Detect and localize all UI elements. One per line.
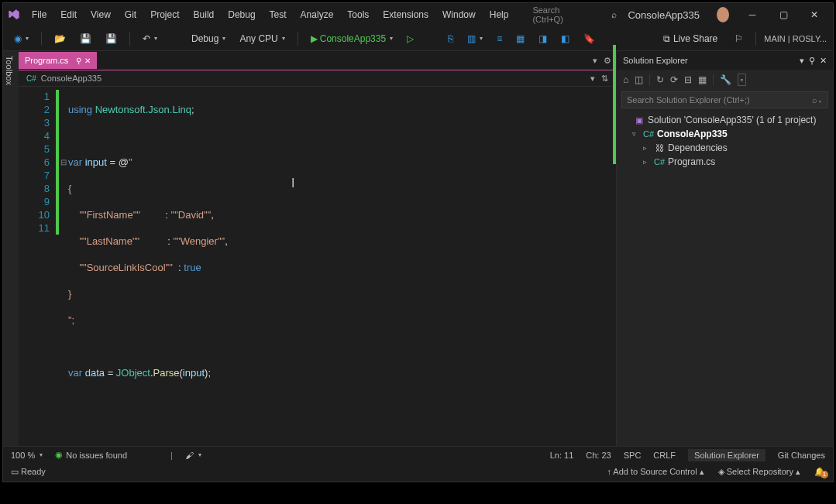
switch-view-icon[interactable]: ◫ xyxy=(635,74,643,85)
platform-dropdown[interactable]: Any CPU▾ xyxy=(235,31,289,46)
notifications-icon[interactable]: 🔔 xyxy=(814,467,825,477)
toolbox-panel[interactable]: Toolbox xyxy=(3,51,19,463)
start-nodebug-button[interactable]: ▷ xyxy=(402,31,418,46)
save-all-button[interactable]: 💾 xyxy=(101,31,122,46)
menu-extensions[interactable]: Extensions xyxy=(376,6,435,23)
tab-git-changes[interactable]: Git Changes xyxy=(778,451,825,460)
panel-pin-icon[interactable]: ⚲ xyxy=(809,56,815,66)
solution-search-input[interactable]: Search Solution Explorer (Ctrl+;) ⌕▾ xyxy=(621,91,828,108)
dependencies-icon: ⛓ xyxy=(654,143,665,153)
vs-logo-icon xyxy=(8,7,20,22)
menu-build[interactable]: Build xyxy=(187,6,222,23)
user-avatar[interactable] xyxy=(717,7,729,22)
editor-gear-icon[interactable]: ⚙ xyxy=(604,56,611,66)
menu-tools[interactable]: Tools xyxy=(340,6,376,23)
menu-edit[interactable]: Edit xyxy=(53,6,84,23)
indent-mode[interactable]: SPC xyxy=(624,451,642,460)
expand-icon[interactable]: ▹ xyxy=(643,158,651,166)
expand-icon[interactable]: ▿ xyxy=(632,130,640,138)
feedback-button[interactable]: ⚐ xyxy=(730,31,748,46)
tool-btn-4[interactable]: ▦ xyxy=(511,31,529,46)
editor-dropdown-icon[interactable]: ▾ xyxy=(593,56,597,66)
live-share-button[interactable]: ⧉ Live Share xyxy=(663,33,717,44)
maximize-button[interactable]: ▢ xyxy=(768,4,799,26)
line-ending[interactable]: CRLF xyxy=(653,451,676,460)
fold-icon[interactable]: ⊟ xyxy=(60,156,67,169)
text-cursor-icon: I xyxy=(291,177,294,190)
tree-dependencies-node[interactable]: ▹ ⛓ Dependencies xyxy=(621,141,828,155)
close-button[interactable]: ✕ xyxy=(799,4,830,26)
select-repository-button[interactable]: ◈ Select Repository ▴ xyxy=(718,467,800,477)
menu-window[interactable]: Window xyxy=(435,6,483,23)
solution-explorer-header[interactable]: Solution Explorer ▾ ⚲ ✕ xyxy=(617,51,833,70)
new-item-button[interactable]: ◉▾ xyxy=(9,31,33,46)
tool-btn-2[interactable]: ▥▾ xyxy=(463,31,487,46)
refresh-icon[interactable]: ⟳ xyxy=(670,74,678,85)
tree-project-node[interactable]: ▿ C# ConsoleApp335 xyxy=(621,127,828,141)
properties-icon[interactable]: 🔧 xyxy=(720,74,731,85)
branch-indicator[interactable]: MAIN | ROSLY... xyxy=(764,34,827,43)
open-button[interactable]: 📂 xyxy=(50,31,71,46)
show-all-icon[interactable]: ▦ xyxy=(698,74,707,85)
editor-margin-indicator xyxy=(613,45,616,164)
expand-icon[interactable]: ▹ xyxy=(643,144,651,152)
save-button[interactable]: 💾 xyxy=(75,31,96,46)
menu-test[interactable]: Test xyxy=(263,6,294,23)
issues-indicator[interactable]: ◉ No issues found xyxy=(55,450,127,460)
titlebar: File Edit View Git Project Build Debug T… xyxy=(3,3,833,26)
panel-close-icon[interactable]: ✕ xyxy=(820,56,827,66)
undo-button[interactable]: ↶▾ xyxy=(138,31,162,46)
csharp-project-icon: C# xyxy=(643,129,654,139)
search-icon[interactable]: ⌕ xyxy=(610,9,618,20)
bookmark-button[interactable]: 🔖 xyxy=(579,31,600,46)
tool-btn-5[interactable]: ◨ xyxy=(534,31,552,46)
editor-area: Program.cs ⚲ ✕ ▾ ⚙ C# ConsoleApp335 ▾ ⇅ xyxy=(19,51,616,463)
menu-help[interactable]: Help xyxy=(483,6,516,23)
zoom-level[interactable]: 100 %▾ xyxy=(11,451,43,460)
menu-project[interactable]: Project xyxy=(143,6,186,23)
csharp-file-icon: C# xyxy=(654,157,665,166)
panel-dropdown-icon[interactable]: ▾ xyxy=(800,56,804,66)
code-editor[interactable]: 1 2 3 4 5 6 7 8 9 10 11 using Newtonsoft… xyxy=(19,87,616,463)
menu-bar: File Edit View Git Project Build Debug T… xyxy=(25,6,515,23)
start-debug-button[interactable]: ▶ ConsoleApp335▾ xyxy=(306,31,397,46)
cursor-line[interactable]: Ln: 11 xyxy=(550,451,574,460)
menu-analyze[interactable]: Analyze xyxy=(294,6,341,23)
split-icon[interactable]: ▾ xyxy=(590,74,595,84)
search-box[interactable]: Search (Ctrl+Q) xyxy=(526,3,587,26)
minimize-button[interactable]: ─ xyxy=(737,4,768,26)
tab-program-cs[interactable]: Program.cs ⚲ ✕ xyxy=(19,52,97,69)
home-icon[interactable]: ⌂ xyxy=(623,74,628,85)
solution-icon: ▣ xyxy=(634,115,645,125)
split-toggle-icon[interactable]: ⇅ xyxy=(601,74,608,84)
main-toolbar: ◉▾ 📂 💾 💾 ↶▾ Debug▾ Any CPU▾ ▶ ConsoleApp… xyxy=(3,26,833,51)
config-dropdown[interactable]: Debug▾ xyxy=(187,31,230,46)
tab-pin-icon[interactable]: ⚲ xyxy=(76,57,81,65)
preview-icon[interactable]: ▫ xyxy=(738,74,745,86)
tool-btn-3[interactable]: ≡ xyxy=(492,31,507,46)
menu-debug[interactable]: Debug xyxy=(221,6,262,23)
menu-git[interactable]: Git xyxy=(118,6,143,23)
ide-window: File Edit View Git Project Build Debug T… xyxy=(2,2,834,482)
tool-btn-6[interactable]: ◧ xyxy=(556,31,574,46)
tab-solution-explorer[interactable]: Solution Explorer xyxy=(688,449,765,461)
app-title: ConsoleApp335 xyxy=(628,9,700,21)
code-content[interactable]: using Newtonsoft.Json.Linq; ⊟var input =… xyxy=(59,87,228,463)
tree-solution-node[interactable]: ▣ Solution 'ConsoleApp335' (1 of 1 proje… xyxy=(621,113,828,127)
menu-file[interactable]: File xyxy=(25,6,53,23)
menu-view[interactable]: View xyxy=(84,6,118,23)
cursor-col[interactable]: Ch: 23 xyxy=(586,451,611,460)
tab-close-icon[interactable]: ✕ xyxy=(84,57,91,65)
add-source-control-button[interactable]: ↑ Add to Source Control ▴ xyxy=(607,467,704,477)
csharp-project-icon: C# xyxy=(26,74,36,83)
tool-btn-1[interactable]: ⎘ xyxy=(443,31,458,46)
solution-tree: ▣ Solution 'ConsoleApp335' (1 of 1 proje… xyxy=(617,110,833,172)
breadcrumb[interactable]: C# ConsoleApp335 ▾ ⇅ xyxy=(19,70,616,87)
sync-icon[interactable]: ↻ xyxy=(656,74,664,85)
search-icon[interactable]: ⌕▾ xyxy=(812,95,823,105)
collapse-icon[interactable]: ⊟ xyxy=(684,74,692,85)
ready-indicator: ▭ Ready xyxy=(11,467,46,477)
tree-file-node[interactable]: ▹ C# Program.cs xyxy=(621,155,828,169)
brush-button[interactable]: 🖌▾ xyxy=(185,451,201,460)
status-bar: 100 %▾ ◉ No issues found | 🖌▾ Ln: 11 Ch:… xyxy=(3,446,833,463)
